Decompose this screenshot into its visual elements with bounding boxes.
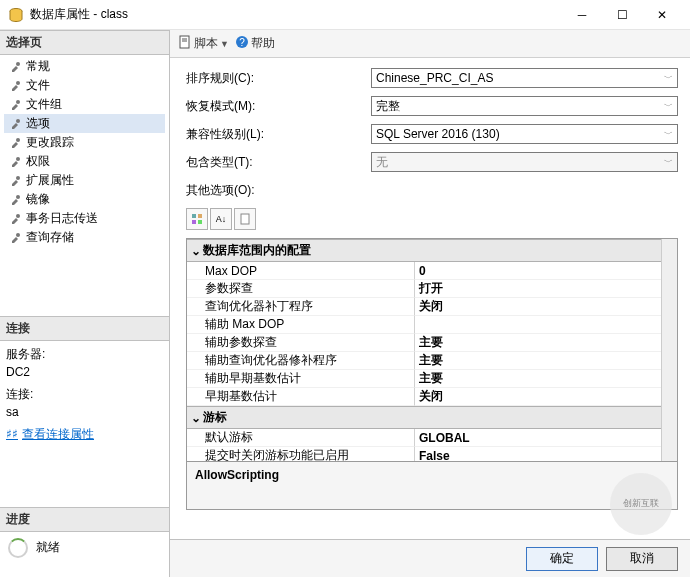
property-value[interactable]: 关闭 xyxy=(415,388,661,406)
property-value[interactable]: 打开 xyxy=(415,280,661,298)
recovery-value: 完整 xyxy=(376,98,400,115)
sidebar-item-8[interactable]: 事务日志传送 xyxy=(4,209,165,228)
sidebar-item-5[interactable]: 权限 xyxy=(4,152,165,171)
property-category[interactable]: ⌄游标 xyxy=(187,406,661,429)
left-pane: 选择页 常规文件文件组选项更改跟踪权限扩展属性镜像事务日志传送查询存储 连接 服… xyxy=(0,30,170,577)
sidebar-item-6[interactable]: 扩展属性 xyxy=(4,171,165,190)
cancel-button[interactable]: 取消 xyxy=(606,547,678,571)
maximize-button[interactable]: ☐ xyxy=(602,3,642,27)
wrench-icon xyxy=(8,98,22,112)
progress-text: 就绪 xyxy=(36,539,60,556)
svg-rect-19 xyxy=(198,220,202,224)
wrench-icon xyxy=(8,212,22,226)
containment-label: 包含类型(T): xyxy=(186,154,371,171)
svg-point-7 xyxy=(16,176,20,180)
properties-button[interactable] xyxy=(234,208,256,230)
containment-value: 无 xyxy=(376,154,388,171)
sidebar-item-label: 权限 xyxy=(26,153,50,170)
help-label: 帮助 xyxy=(251,35,275,52)
svg-point-3 xyxy=(16,100,20,104)
ribbon: 脚本 ▼ ? 帮助 xyxy=(170,30,690,58)
spinner-icon xyxy=(8,538,28,558)
close-button[interactable]: ✕ xyxy=(642,3,682,27)
property-row[interactable]: 参数探查打开 xyxy=(187,280,661,298)
svg-text:?: ? xyxy=(239,37,245,48)
property-row[interactable]: 查询优化器补丁程序关闭 xyxy=(187,298,661,316)
property-value[interactable]: 主要 xyxy=(415,352,661,370)
view-connection-properties-link[interactable]: ♯♯ 查看连接属性 xyxy=(6,425,94,443)
svg-point-6 xyxy=(16,157,20,161)
connection-block: 服务器: DC2 连接: sa ♯♯ 查看连接属性 xyxy=(0,341,169,447)
svg-rect-11 xyxy=(180,36,189,48)
property-value[interactable]: 关闭 xyxy=(415,298,661,316)
sidebar-item-3[interactable]: 选项 xyxy=(4,114,165,133)
sidebar-item-label: 文件组 xyxy=(26,96,62,113)
sidebar-item-label: 文件 xyxy=(26,77,50,94)
sidebar-item-label: 镜像 xyxy=(26,191,50,208)
collation-select[interactable]: Chinese_PRC_CI_AS﹀ xyxy=(371,68,678,88)
titlebar: 数据库属性 - class ─ ☐ ✕ xyxy=(0,0,690,30)
property-key: 辅助 Max DOP xyxy=(187,316,415,334)
sidebar-item-7[interactable]: 镜像 xyxy=(4,190,165,209)
help-icon: ? xyxy=(235,35,249,52)
wrench-icon xyxy=(8,117,22,131)
collation-value: Chinese_PRC_CI_AS xyxy=(376,71,493,85)
select-page-header: 选择页 xyxy=(0,30,169,55)
property-description: AllowScripting xyxy=(187,461,677,509)
sidebar-item-label: 事务日志传送 xyxy=(26,210,98,227)
property-value[interactable]: 0 xyxy=(415,262,661,280)
svg-rect-20 xyxy=(241,214,249,224)
svg-point-8 xyxy=(16,195,20,199)
alphabetical-button[interactable]: A↓ xyxy=(210,208,232,230)
sidebar-item-2[interactable]: 文件组 xyxy=(4,95,165,114)
property-grid-scroll[interactable]: ⌄数据库范围内的配置Max DOP0参数探查打开查询优化器补丁程序关闭辅助 Ma… xyxy=(187,239,661,461)
sidebar-item-label: 选项 xyxy=(26,115,50,132)
sidebar-item-0[interactable]: 常规 xyxy=(4,57,165,76)
other-options-label: 其他选项(O): xyxy=(186,182,371,199)
property-row[interactable]: 辅助 Max DOP xyxy=(187,316,661,334)
svg-point-2 xyxy=(16,81,20,85)
property-value[interactable]: GLOBAL xyxy=(415,429,661,447)
conn-link-label: 查看连接属性 xyxy=(22,425,94,443)
sidebar-item-9[interactable]: 查询存储 xyxy=(4,228,165,247)
property-row[interactable]: 提交时关闭游标功能已启用False xyxy=(187,447,661,461)
database-icon xyxy=(8,7,24,23)
property-row[interactable]: 辅助早期基数估计主要 xyxy=(187,370,661,388)
property-key: Max DOP xyxy=(187,262,415,280)
property-value[interactable]: 主要 xyxy=(415,334,661,352)
property-row[interactable]: 默认游标GLOBAL xyxy=(187,429,661,447)
server-value: DC2 xyxy=(6,363,163,381)
sidebar-item-1[interactable]: 文件 xyxy=(4,76,165,95)
svg-rect-17 xyxy=(198,214,202,218)
script-button[interactable]: 脚本 ▼ xyxy=(178,35,229,52)
property-row[interactable]: Max DOP0 xyxy=(187,262,661,280)
ok-button[interactable]: 确定 xyxy=(526,547,598,571)
svg-point-4 xyxy=(16,119,20,123)
server-label: 服务器: xyxy=(6,345,163,363)
property-row[interactable]: 早期基数估计关闭 xyxy=(187,388,661,406)
svg-point-10 xyxy=(16,233,20,237)
compat-select[interactable]: SQL Server 2016 (130)﹀ xyxy=(371,124,678,144)
property-key: 辅助查询优化器修补程序 xyxy=(187,352,415,370)
property-value[interactable] xyxy=(415,316,661,334)
property-key: 早期基数估计 xyxy=(187,388,415,406)
window-title: 数据库属性 - class xyxy=(30,6,562,23)
chevron-down-icon: ﹀ xyxy=(664,128,673,141)
footer: 确定 取消 xyxy=(170,539,690,577)
property-grid-toolbar: A↓ xyxy=(186,208,678,230)
svg-point-5 xyxy=(16,138,20,142)
property-row[interactable]: 辅助查询优化器修补程序主要 xyxy=(187,352,661,370)
sidebar-item-4[interactable]: 更改跟踪 xyxy=(4,133,165,152)
scrollbar[interactable] xyxy=(661,239,677,461)
property-value[interactable]: False xyxy=(415,447,661,461)
property-key: 辅助参数探查 xyxy=(187,334,415,352)
property-category[interactable]: ⌄数据库范围内的配置 xyxy=(187,239,661,262)
recovery-select[interactable]: 完整﹀ xyxy=(371,96,678,116)
help-button[interactable]: ? 帮助 xyxy=(235,35,275,52)
sidebar-item-label: 更改跟踪 xyxy=(26,134,74,151)
containment-select[interactable]: 无﹀ xyxy=(371,152,678,172)
property-row[interactable]: 辅助参数探查主要 xyxy=(187,334,661,352)
property-value[interactable]: 主要 xyxy=(415,370,661,388)
minimize-button[interactable]: ─ xyxy=(562,3,602,27)
categorized-button[interactable] xyxy=(186,208,208,230)
